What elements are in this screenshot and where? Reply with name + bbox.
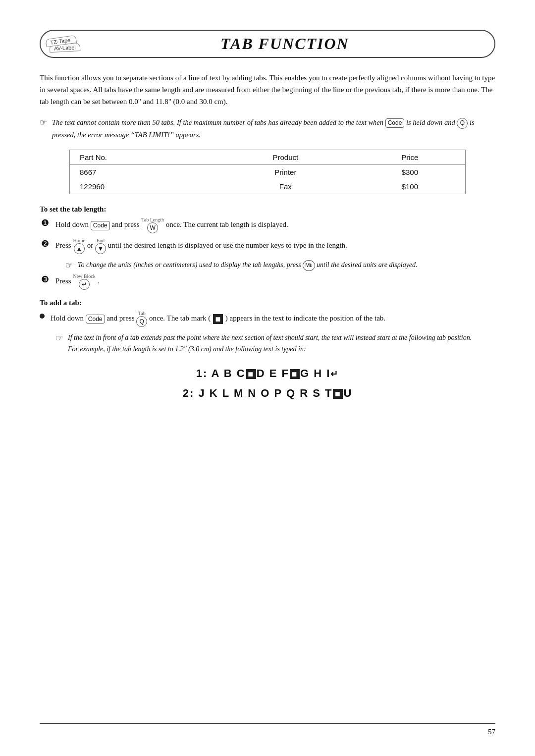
w-key-step1: W xyxy=(147,222,158,233)
page-footer: 57 xyxy=(40,723,495,736)
col-header-partno: Part No. xyxy=(70,150,216,165)
tape-badges: TZ-Tape AV-Label xyxy=(46,36,76,52)
down-key-top: End xyxy=(97,238,105,243)
q-key-add-tab-wrap: Tab Q xyxy=(136,311,147,327)
up-key-top: Home xyxy=(73,238,85,243)
tab-mark-2: ■ xyxy=(290,369,300,379)
w-key-step1-wrap: Tab Length W xyxy=(141,217,164,233)
sub-note-icon: ☞ xyxy=(65,260,73,271)
tab-mark-icon: ■ xyxy=(213,314,223,324)
q-key-top: Tab xyxy=(138,311,146,316)
code-key-add-tab: Code xyxy=(86,315,105,324)
add-tab-heading: To add a tab: xyxy=(40,299,495,307)
step3-list: ❸ Press New Block ↵ . xyxy=(40,274,495,290)
q-key-inline-note: Q xyxy=(457,118,468,129)
w-key-top-label: Tab Length xyxy=(141,217,164,222)
step3-text-before: Press xyxy=(55,277,73,285)
note-text-1: The text cannot contain more than 50 tab… xyxy=(52,116,495,141)
mb-key: Mb xyxy=(303,260,315,271)
enter-key: ↵ xyxy=(79,279,90,290)
cell-product-2: Fax xyxy=(216,179,355,194)
cell-partno-2: 122960 xyxy=(70,179,216,194)
return-mark: ↵ xyxy=(330,369,339,379)
step1-text-mid: and press xyxy=(111,221,141,229)
note-icon: ☞ xyxy=(40,117,47,128)
example-line-1: 1: A B C■D E F■G H I↵ xyxy=(40,364,495,383)
step2-text-before: Press xyxy=(55,242,73,250)
step2-text-or: or xyxy=(87,242,95,250)
step-2-content: Press Home ▲ or End ▼ until the desired … xyxy=(55,238,495,254)
down-key-wrap: End ▼ xyxy=(95,238,106,254)
page-header: TZ-Tape AV-Label TAB FUNCTION xyxy=(40,30,495,58)
step3-text-after: . xyxy=(97,277,99,285)
step-num-2: ❷ xyxy=(40,238,51,250)
note-block-1: ☞ The text cannot contain more than 50 t… xyxy=(40,116,495,141)
example-line-2: 2: J K L M N O P Q R S T■U xyxy=(40,383,495,403)
cell-price-2: $100 xyxy=(355,179,465,194)
col-header-product: Product xyxy=(216,150,355,165)
code-key-inline: Code xyxy=(385,118,405,128)
cell-partno-1: 8667 xyxy=(70,165,216,180)
q-key-label: Q xyxy=(457,118,468,129)
step2-text-after: until the desired length is displayed or… xyxy=(108,242,347,250)
add-tab-text-mid: and press xyxy=(107,315,136,323)
down-key: ▼ xyxy=(95,243,106,254)
add-tab-text-after: once. The tab mark ( xyxy=(149,315,213,323)
intro-paragraph: This function allows you to separate sec… xyxy=(40,72,495,108)
sub-note-text-units: To change the units (inches or centimete… xyxy=(78,259,418,271)
enter-key-top: New Block xyxy=(73,274,95,279)
example-table-wrapper: Part No. Product Price 8667 Printer $300… xyxy=(69,150,466,194)
table-row: 8667 Printer $300 xyxy=(70,165,465,180)
tab-mark-1: ■ xyxy=(246,369,256,379)
example-display: 1: A B C■D E F■G H I↵ 2: J K L M N O P Q… xyxy=(40,364,495,403)
step-3-content: Press New Block ↵ . xyxy=(55,274,495,290)
add-tab-bullet: Hold down Code and press Tab Q once. The… xyxy=(40,311,495,327)
step-1: ❶ Hold down Code and press Tab Length W … xyxy=(40,217,495,233)
step-num-1: ❶ xyxy=(40,217,51,229)
add-tab-text-before: Hold down xyxy=(51,315,86,323)
cell-price-1: $300 xyxy=(355,165,465,180)
add-tab-text-after2: ) appears in the text to indicate the po… xyxy=(225,315,385,323)
set-tab-length-heading: To set the tab length: xyxy=(40,205,495,214)
example-table: Part No. Product Price 8667 Printer $300… xyxy=(70,150,465,194)
sub-note-units: ☞ To change the units (inches or centime… xyxy=(65,259,495,271)
table-row: 122960 Fax $100 xyxy=(70,179,465,194)
col-header-price: Price xyxy=(355,150,465,165)
step1-text-after: once. The current tab length is displaye… xyxy=(166,221,288,229)
cell-product-1: Printer xyxy=(216,165,355,180)
q-key-add-tab: Q xyxy=(136,316,147,327)
mb-key-wrap: Mb xyxy=(303,260,315,271)
up-key: ▲ xyxy=(74,243,85,254)
code-key-step1: Code xyxy=(91,221,110,230)
add-tab-content: Hold down Code and press Tab Q once. The… xyxy=(51,311,495,327)
sub-note-add-tab-icon: ☞ xyxy=(55,333,63,355)
tab-mark-3: ■ xyxy=(333,389,343,399)
sub-note-add-tab-text: If the text in front of a tab extends pa… xyxy=(68,332,472,355)
bullet-dot-icon xyxy=(40,314,45,319)
step-1-content: Hold down Code and press Tab Length W on… xyxy=(55,217,495,233)
code-key-label: Code xyxy=(385,118,405,128)
up-key-wrap: Home ▲ xyxy=(73,238,85,254)
step-2: ❷ Press Home ▲ or End ▼ until the desire… xyxy=(40,238,495,254)
page-title: TAB FUNCTION xyxy=(85,35,484,53)
step-num-3: ❸ xyxy=(40,274,51,285)
sub-note-add-tab: ☞ If the text in front of a tab extends … xyxy=(55,332,495,355)
step-3: ❸ Press New Block ↵ . xyxy=(40,274,495,290)
enter-key-wrap: New Block ↵ xyxy=(73,274,95,290)
page-number: 57 xyxy=(488,728,495,736)
step1-text-before: Hold down xyxy=(55,221,91,229)
tab-length-steps: ❶ Hold down Code and press Tab Length W … xyxy=(40,217,495,254)
